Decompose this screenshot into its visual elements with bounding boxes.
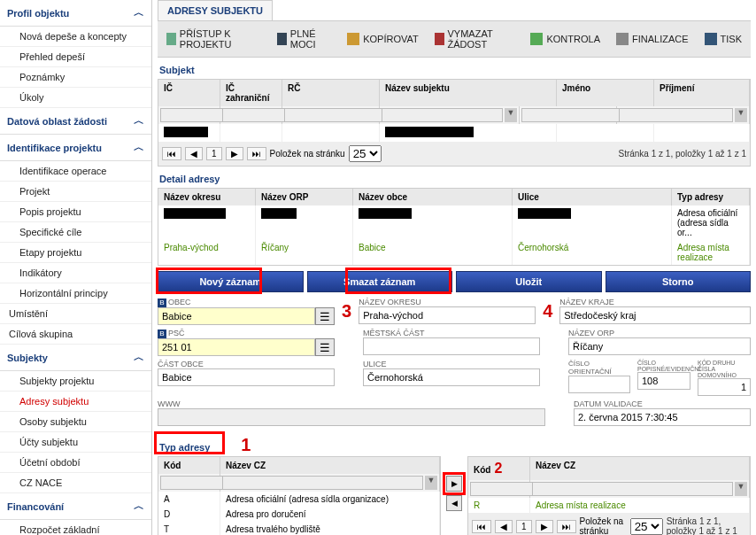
orp-input[interactable]	[568, 337, 751, 355]
move-right-button[interactable]: ▶	[446, 476, 462, 492]
sidebar-item[interactable]: Nová depeše a koncepty	[0, 27, 151, 47]
sidebar-item[interactable]: Subjekty projektu	[0, 371, 151, 392]
page-size-select[interactable]: 25	[349, 145, 382, 162]
table-row[interactable]: Adresa oficiální (adresa sídla or...	[158, 205, 750, 240]
col-nazev[interactable]: Název CZ	[220, 457, 440, 474]
sidebar-item[interactable]: Přehled depeší	[0, 47, 151, 67]
sidebar-item[interactable]: Osoby subjektu	[0, 412, 151, 432]
sidebar-item[interactable]: Identifikace operace	[0, 161, 151, 182]
sidebar-group-header[interactable]: Profil objektu︿	[0, 0, 151, 27]
cancel-button[interactable]: Storno	[606, 271, 752, 292]
toolbar-print[interactable]: TISK	[698, 25, 749, 53]
col-nazev[interactable]: Název subjektu	[380, 80, 557, 106]
toolbar: PŘÍSTUP K PROJEKTUPLNÉ MOCIKOPÍROVATVYMA…	[158, 21, 751, 58]
sidebar-item[interactable]: Specifické cíle	[0, 222, 151, 243]
col-obec[interactable]: Název obce	[353, 189, 513, 205]
sidebar-item[interactable]: Horizontální principy	[0, 283, 151, 304]
cast-obce-input[interactable]	[158, 368, 335, 386]
obec-input[interactable]	[158, 307, 315, 325]
funnel-icon[interactable]: ▼	[735, 482, 747, 496]
page-next[interactable]: ▶	[226, 147, 243, 160]
list-item[interactable]: TAdresa trvalého bydliště	[158, 522, 440, 535]
page-current[interactable]: 1	[206, 147, 222, 160]
col-kod[interactable]: Kód2	[468, 457, 530, 480]
sidebar-item[interactable]: Etapy projektu	[0, 243, 151, 263]
page-prev[interactable]: ◀	[495, 520, 513, 533]
list-item[interactable]: DAdresa pro doručení	[158, 507, 440, 522]
new-record-button[interactable]: Nový záznam	[158, 271, 304, 292]
okres-input[interactable]	[359, 306, 536, 324]
col-kod[interactable]: Kód	[158, 457, 220, 474]
annotation-1: 1	[241, 435, 251, 454]
funnel-icon[interactable]: ▼	[735, 108, 747, 122]
sidebar-item[interactable]: Poznámky	[0, 67, 151, 88]
filter-nazev[interactable]	[532, 482, 733, 496]
table-row[interactable]	[158, 124, 750, 142]
page-prev[interactable]: ◀	[185, 147, 203, 160]
table-row[interactable]: Praha-východ Říčany Babice Černohorská A…	[158, 240, 750, 265]
save-button[interactable]: Uložit	[456, 271, 602, 292]
sidebar-item[interactable]: Indikátory	[0, 263, 151, 283]
page-last[interactable]: ⏭	[557, 520, 576, 533]
filter-nazev[interactable]	[222, 476, 423, 490]
psc-input[interactable]	[158, 338, 315, 356]
col-jmeno[interactable]: Jméno	[557, 80, 654, 106]
obec-lookup-button[interactable]: ☰	[315, 307, 335, 325]
print-icon	[705, 33, 717, 45]
sidebar-item[interactable]: Popis projektu	[0, 202, 151, 222]
col-orp[interactable]: Název ORP	[256, 189, 353, 205]
move-left-button[interactable]: ◀	[446, 495, 462, 511]
kraj-input[interactable]	[559, 306, 751, 324]
check-icon	[530, 33, 543, 45]
sidebar-group-header[interactable]: Financování︿	[0, 493, 151, 520]
col-ic[interactable]: IČ	[158, 80, 220, 106]
sidebar-group-header[interactable]: Identifikace projektu︿	[0, 135, 151, 161]
sidebar-item[interactable]: Projekt	[0, 182, 151, 202]
col-rc[interactable]: RČ	[282, 80, 380, 106]
funnel-icon[interactable]: ▼	[505, 108, 517, 122]
toolbar-lock[interactable]: FINALIZACE	[609, 25, 696, 53]
sidebar-item[interactable]: Rozpočet základní	[0, 520, 151, 535]
datum-validace-input[interactable]	[574, 408, 751, 426]
cislo-orient-input[interactable]	[568, 376, 630, 393]
filter-prijmeni[interactable]	[619, 108, 733, 122]
filter-nazev[interactable]	[382, 108, 503, 122]
page-next[interactable]: ▶	[536, 520, 553, 533]
sidebar-item[interactable]: Umístění	[0, 304, 151, 324]
col-typ[interactable]: Typ adresy	[672, 189, 750, 205]
cislo-popisne-input[interactable]	[637, 372, 690, 390]
toolbar-del[interactable]: VYMAZAT ŽÁDOST	[428, 25, 522, 53]
mestska-cast-input[interactable]	[363, 337, 540, 355]
sidebar-group-header[interactable]: Datová oblast žádosti︿	[0, 108, 151, 135]
col-nazev[interactable]: Název CZ	[530, 457, 750, 480]
toolbar-mail[interactable]: PLNÉ MOCI	[270, 25, 338, 53]
tab-adresy-subjektu[interactable]: ADRESY SUBJEKTU	[158, 0, 273, 20]
kod-druhu-input[interactable]	[698, 378, 751, 396]
sidebar-item[interactable]: Adresy subjektu	[0, 392, 151, 412]
sidebar-item[interactable]: Úkoly	[0, 88, 151, 108]
col-ic-zahr[interactable]: IČ zahraniční	[220, 80, 282, 106]
funnel-icon[interactable]: ▼	[425, 476, 437, 490]
page-last[interactable]: ⏭	[247, 147, 266, 160]
www-input[interactable]	[158, 408, 545, 426]
page-current[interactable]: 1	[516, 520, 532, 533]
col-prijmeni[interactable]: Příjmení	[654, 80, 750, 106]
toolbar-copy[interactable]: KOPÍROVAT	[340, 25, 426, 53]
page-first[interactable]: ⏮	[162, 147, 181, 160]
delete-record-button[interactable]: Smazat záznam	[307, 271, 453, 292]
page-size-select[interactable]: 25	[630, 518, 663, 535]
sidebar-item[interactable]: Cílová skupina	[0, 324, 151, 345]
sidebar-item[interactable]: Účetní období	[0, 453, 151, 473]
toolbar-users[interactable]: PŘÍSTUP K PROJEKTU	[159, 25, 268, 53]
sidebar-item[interactable]: CZ NACE	[0, 473, 151, 493]
col-okres[interactable]: Název okresu	[158, 189, 256, 205]
sidebar-group-header[interactable]: Subjekty︿	[0, 345, 151, 371]
psc-lookup-button[interactable]: ☰	[315, 338, 335, 356]
col-ulice[interactable]: Ulice	[513, 189, 672, 205]
toolbar-check[interactable]: KONTROLA	[523, 25, 607, 53]
list-item[interactable]: AAdresa oficiální (adresa sídla organiza…	[158, 492, 440, 507]
list-item[interactable]: RAdresa místa realizace	[468, 498, 750, 513]
sidebar-item[interactable]: Účty subjektu	[0, 432, 151, 453]
page-first[interactable]: ⏮	[472, 520, 491, 533]
ulice-input[interactable]	[363, 368, 540, 386]
